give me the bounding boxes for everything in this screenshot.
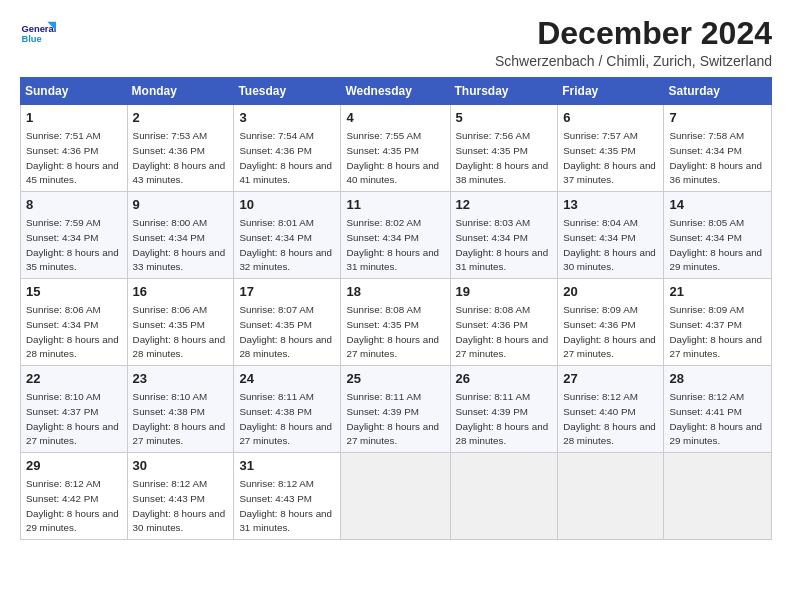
- day-info: Sunrise: 7:58 AMSunset: 4:34 PMDaylight:…: [669, 130, 762, 185]
- day-number: 18: [346, 283, 444, 301]
- table-row: 15Sunrise: 8:06 AMSunset: 4:34 PMDayligh…: [21, 279, 128, 366]
- day-number: 14: [669, 196, 766, 214]
- day-number: 10: [239, 196, 335, 214]
- table-row: 30Sunrise: 8:12 AMSunset: 4:43 PMDayligh…: [127, 453, 234, 540]
- day-info: Sunrise: 8:06 AMSunset: 4:34 PMDaylight:…: [26, 304, 119, 359]
- day-number: 13: [563, 196, 658, 214]
- calendar-week-row: 1Sunrise: 7:51 AMSunset: 4:36 PMDaylight…: [21, 105, 772, 192]
- day-info: Sunrise: 8:09 AMSunset: 4:37 PMDaylight:…: [669, 304, 762, 359]
- day-info: Sunrise: 8:12 AMSunset: 4:43 PMDaylight:…: [239, 478, 332, 533]
- table-row: 13Sunrise: 8:04 AMSunset: 4:34 PMDayligh…: [558, 192, 664, 279]
- day-info: Sunrise: 7:59 AMSunset: 4:34 PMDaylight:…: [26, 217, 119, 272]
- day-number: 17: [239, 283, 335, 301]
- table-row: 3Sunrise: 7:54 AMSunset: 4:36 PMDaylight…: [234, 105, 341, 192]
- calendar-week-row: 29Sunrise: 8:12 AMSunset: 4:42 PMDayligh…: [21, 453, 772, 540]
- col-wednesday: Wednesday: [341, 78, 450, 105]
- header: General Blue December 2024 Schwerzenbach…: [20, 16, 772, 69]
- day-info: Sunrise: 8:11 AMSunset: 4:38 PMDaylight:…: [239, 391, 332, 446]
- day-number: 5: [456, 109, 553, 127]
- day-number: 11: [346, 196, 444, 214]
- day-info: Sunrise: 7:56 AMSunset: 4:35 PMDaylight:…: [456, 130, 549, 185]
- subtitle: Schwerzenbach / Chimli, Zurich, Switzerl…: [495, 53, 772, 69]
- day-info: Sunrise: 8:08 AMSunset: 4:35 PMDaylight:…: [346, 304, 439, 359]
- table-row: 19Sunrise: 8:08 AMSunset: 4:36 PMDayligh…: [450, 279, 558, 366]
- day-number: 29: [26, 457, 122, 475]
- calendar-header-row: Sunday Monday Tuesday Wednesday Thursday…: [21, 78, 772, 105]
- day-info: Sunrise: 8:12 AMSunset: 4:42 PMDaylight:…: [26, 478, 119, 533]
- day-number: 15: [26, 283, 122, 301]
- table-row: 1Sunrise: 7:51 AMSunset: 4:36 PMDaylight…: [21, 105, 128, 192]
- table-row: 31Sunrise: 8:12 AMSunset: 4:43 PMDayligh…: [234, 453, 341, 540]
- day-info: Sunrise: 7:53 AMSunset: 4:36 PMDaylight:…: [133, 130, 226, 185]
- svg-text:Blue: Blue: [21, 34, 41, 44]
- day-number: 28: [669, 370, 766, 388]
- day-number: 19: [456, 283, 553, 301]
- day-number: 8: [26, 196, 122, 214]
- day-number: 23: [133, 370, 229, 388]
- table-row: 17Sunrise: 8:07 AMSunset: 4:35 PMDayligh…: [234, 279, 341, 366]
- table-row: 16Sunrise: 8:06 AMSunset: 4:35 PMDayligh…: [127, 279, 234, 366]
- day-number: 4: [346, 109, 444, 127]
- day-info: Sunrise: 8:12 AMSunset: 4:43 PMDaylight:…: [133, 478, 226, 533]
- col-sunday: Sunday: [21, 78, 128, 105]
- table-row: 7Sunrise: 7:58 AMSunset: 4:34 PMDaylight…: [664, 105, 772, 192]
- table-row: 2Sunrise: 7:53 AMSunset: 4:36 PMDaylight…: [127, 105, 234, 192]
- table-row: [450, 453, 558, 540]
- day-info: Sunrise: 8:12 AMSunset: 4:40 PMDaylight:…: [563, 391, 656, 446]
- table-row: [341, 453, 450, 540]
- table-row: 24Sunrise: 8:11 AMSunset: 4:38 PMDayligh…: [234, 366, 341, 453]
- page: General Blue December 2024 Schwerzenbach…: [0, 0, 792, 612]
- table-row: 29Sunrise: 8:12 AMSunset: 4:42 PMDayligh…: [21, 453, 128, 540]
- table-row: 10Sunrise: 8:01 AMSunset: 4:34 PMDayligh…: [234, 192, 341, 279]
- col-monday: Monday: [127, 78, 234, 105]
- day-number: 12: [456, 196, 553, 214]
- table-row: [664, 453, 772, 540]
- day-info: Sunrise: 7:54 AMSunset: 4:36 PMDaylight:…: [239, 130, 332, 185]
- table-row: 23Sunrise: 8:10 AMSunset: 4:38 PMDayligh…: [127, 366, 234, 453]
- col-saturday: Saturday: [664, 78, 772, 105]
- day-info: Sunrise: 8:10 AMSunset: 4:38 PMDaylight:…: [133, 391, 226, 446]
- table-row: [558, 453, 664, 540]
- day-number: 9: [133, 196, 229, 214]
- table-row: 21Sunrise: 8:09 AMSunset: 4:37 PMDayligh…: [664, 279, 772, 366]
- table-row: 25Sunrise: 8:11 AMSunset: 4:39 PMDayligh…: [341, 366, 450, 453]
- logo: General Blue: [20, 16, 60, 52]
- day-number: 30: [133, 457, 229, 475]
- table-row: 6Sunrise: 7:57 AMSunset: 4:35 PMDaylight…: [558, 105, 664, 192]
- day-info: Sunrise: 8:08 AMSunset: 4:36 PMDaylight:…: [456, 304, 549, 359]
- calendar-week-row: 15Sunrise: 8:06 AMSunset: 4:34 PMDayligh…: [21, 279, 772, 366]
- day-info: Sunrise: 8:06 AMSunset: 4:35 PMDaylight:…: [133, 304, 226, 359]
- day-info: Sunrise: 8:11 AMSunset: 4:39 PMDaylight:…: [456, 391, 549, 446]
- day-number: 31: [239, 457, 335, 475]
- title-block: December 2024 Schwerzenbach / Chimli, Zu…: [495, 16, 772, 69]
- day-info: Sunrise: 7:55 AMSunset: 4:35 PMDaylight:…: [346, 130, 439, 185]
- day-number: 6: [563, 109, 658, 127]
- table-row: 9Sunrise: 8:00 AMSunset: 4:34 PMDaylight…: [127, 192, 234, 279]
- col-tuesday: Tuesday: [234, 78, 341, 105]
- day-number: 27: [563, 370, 658, 388]
- table-row: 5Sunrise: 7:56 AMSunset: 4:35 PMDaylight…: [450, 105, 558, 192]
- col-thursday: Thursday: [450, 78, 558, 105]
- table-row: 18Sunrise: 8:08 AMSunset: 4:35 PMDayligh…: [341, 279, 450, 366]
- day-number: 25: [346, 370, 444, 388]
- day-info: Sunrise: 8:01 AMSunset: 4:34 PMDaylight:…: [239, 217, 332, 272]
- day-number: 20: [563, 283, 658, 301]
- day-info: Sunrise: 8:02 AMSunset: 4:34 PMDaylight:…: [346, 217, 439, 272]
- day-info: Sunrise: 8:03 AMSunset: 4:34 PMDaylight:…: [456, 217, 549, 272]
- month-title: December 2024: [495, 16, 772, 51]
- table-row: 20Sunrise: 8:09 AMSunset: 4:36 PMDayligh…: [558, 279, 664, 366]
- table-row: 11Sunrise: 8:02 AMSunset: 4:34 PMDayligh…: [341, 192, 450, 279]
- table-row: 28Sunrise: 8:12 AMSunset: 4:41 PMDayligh…: [664, 366, 772, 453]
- day-number: 7: [669, 109, 766, 127]
- day-number: 24: [239, 370, 335, 388]
- table-row: 27Sunrise: 8:12 AMSunset: 4:40 PMDayligh…: [558, 366, 664, 453]
- calendar-week-row: 8Sunrise: 7:59 AMSunset: 4:34 PMDaylight…: [21, 192, 772, 279]
- table-row: 26Sunrise: 8:11 AMSunset: 4:39 PMDayligh…: [450, 366, 558, 453]
- day-info: Sunrise: 8:12 AMSunset: 4:41 PMDaylight:…: [669, 391, 762, 446]
- logo-icon: General Blue: [20, 16, 56, 52]
- day-number: 16: [133, 283, 229, 301]
- day-info: Sunrise: 8:07 AMSunset: 4:35 PMDaylight:…: [239, 304, 332, 359]
- day-number: 2: [133, 109, 229, 127]
- calendar-table: Sunday Monday Tuesday Wednesday Thursday…: [20, 77, 772, 540]
- day-info: Sunrise: 8:00 AMSunset: 4:34 PMDaylight:…: [133, 217, 226, 272]
